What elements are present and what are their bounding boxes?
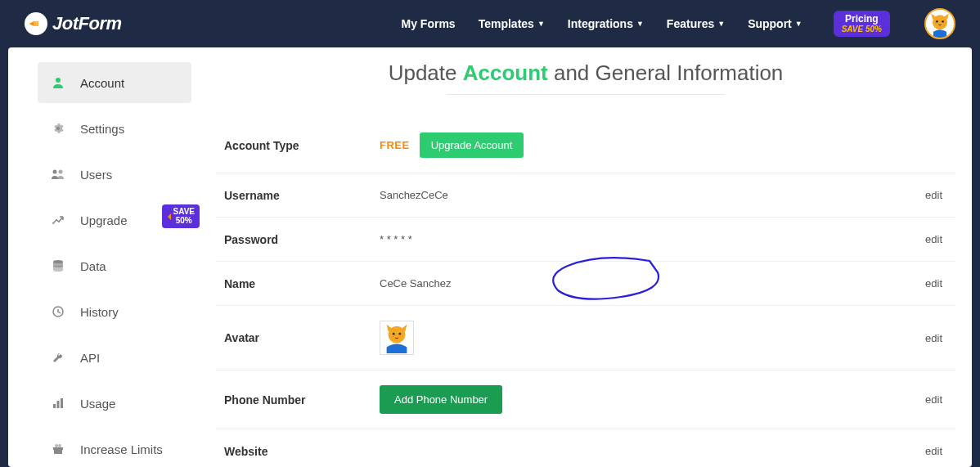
save-badge: SAVE 50%	[162, 204, 200, 228]
edit-username[interactable]: edit	[925, 189, 947, 201]
label-phone: Phone Number	[224, 393, 380, 406]
svg-point-18	[58, 444, 61, 447]
svg-point-17	[55, 444, 58, 447]
row-avatar: Avatar edit	[216, 306, 955, 370]
wrench-icon	[51, 350, 65, 365]
svg-point-2	[942, 20, 944, 23]
bar-chart-icon	[51, 396, 65, 411]
chevron-down-icon: ▼	[717, 20, 725, 28]
label-avatar: Avatar	[224, 331, 380, 344]
svg-point-7	[56, 219, 57, 221]
nav-integrations[interactable]: Integrations▼	[568, 17, 644, 30]
sidebar-item-settings[interactable]: Settings	[38, 108, 191, 149]
svg-rect-13	[61, 398, 63, 408]
svg-point-1	[936, 20, 938, 23]
nav-templates[interactable]: Templates▼	[479, 17, 545, 30]
upgrade-account-button[interactable]: Upgrade Account	[420, 132, 524, 158]
nav-my-forms[interactable]: My Forms	[402, 17, 456, 30]
chevron-down-icon: ▼	[636, 20, 644, 28]
sidebar-item-label: Increase Limits	[80, 442, 163, 456]
label-account-type: Account Type	[224, 139, 380, 152]
chevron-down-icon: ▼	[537, 20, 545, 28]
user-avatar-menu[interactable]	[924, 8, 955, 39]
account-type-value: FREE	[380, 139, 410, 151]
sidebar-item-label: Users	[80, 168, 112, 182]
logo[interactable]: JotForm	[25, 12, 122, 35]
row-username: Username SanchezCeCe edit	[216, 173, 955, 218]
logo-text: JotForm	[52, 13, 122, 34]
chevron-down-icon: ▼	[795, 20, 802, 28]
sidebar-item-history[interactable]: History	[38, 291, 191, 332]
row-name: Name CeCe Sanchez edit	[216, 262, 955, 306]
settings-sidebar: Account Settings Users Upgrade SAVE 50% …	[8, 57, 200, 467]
edit-password[interactable]: edit	[925, 233, 947, 245]
cat-avatar-icon	[380, 321, 413, 354]
username-value: SanchezCeCe	[380, 189, 925, 201]
svg-rect-16	[57, 447, 59, 454]
sidebar-item-label: Account	[80, 76, 124, 90]
sidebar-item-usage[interactable]: Usage	[38, 383, 191, 424]
row-phone: Phone Number Add Phone Number edit	[216, 370, 955, 429]
svg-point-8	[58, 221, 60, 222]
main-panel: Update Account and General Information A…	[200, 57, 972, 467]
nav-features[interactable]: Features▼	[667, 17, 725, 30]
database-icon	[51, 258, 65, 273]
chart-up-icon	[51, 213, 65, 227]
svg-point-21	[398, 333, 401, 335]
top-nav: JotForm My Forms Templates▼ Integrations…	[0, 0, 980, 47]
pricing-button[interactable]: Pricing SAVE 50%	[834, 11, 890, 37]
svg-point-6	[52, 222, 54, 224]
gift-icon	[51, 442, 65, 456]
label-username: Username	[224, 189, 380, 202]
sidebar-item-account[interactable]: Account	[38, 62, 191, 103]
sidebar-item-upgrade[interactable]: Upgrade SAVE 50%	[38, 200, 191, 240]
svg-point-5	[59, 170, 63, 174]
page-title: Update Account and General Information	[216, 61, 955, 95]
password-value: * * * * *	[380, 233, 925, 245]
user-icon	[51, 75, 65, 90]
edit-name[interactable]: edit	[925, 277, 947, 290]
sidebar-item-increase-limits[interactable]: Increase Limits	[38, 429, 191, 467]
label-website: Website	[224, 445, 380, 458]
svg-rect-12	[57, 401, 60, 408]
sidebar-item-label: History	[80, 305, 119, 319]
edit-phone[interactable]: edit	[925, 393, 947, 406]
svg-rect-11	[53, 404, 56, 408]
add-phone-button[interactable]: Add Phone Number	[380, 385, 502, 414]
avatar-preview	[380, 321, 414, 355]
svg-point-3	[56, 78, 61, 83]
svg-point-4	[53, 170, 57, 174]
sidebar-item-api[interactable]: API	[38, 337, 191, 378]
row-password: Password * * * * * edit	[216, 218, 955, 262]
sidebar-item-label: Upgrade	[80, 213, 128, 227]
sidebar-item-data[interactable]: Data	[38, 245, 191, 286]
sidebar-item-label: Settings	[80, 122, 124, 136]
nav-support[interactable]: Support▼	[748, 17, 802, 30]
label-name: Name	[224, 277, 380, 290]
name-value: CeCe Sanchez	[380, 277, 925, 290]
logo-icon	[25, 12, 47, 35]
row-account-type: Account Type FREE Upgrade Account	[216, 118, 955, 173]
sidebar-item-label: API	[80, 351, 100, 365]
edit-website[interactable]: edit	[925, 445, 947, 457]
row-website: Website edit	[216, 429, 955, 467]
sidebar-item-users[interactable]: Users	[38, 154, 191, 195]
users-icon	[51, 167, 65, 182]
cat-avatar-icon	[926, 8, 954, 39]
clock-icon	[51, 304, 65, 319]
gear-icon	[51, 121, 65, 136]
sidebar-item-label: Usage	[80, 397, 115, 411]
sidebar-item-label: Data	[80, 259, 106, 273]
edit-avatar[interactable]: edit	[925, 332, 947, 344]
svg-point-20	[393, 333, 395, 335]
label-password: Password	[224, 233, 380, 246]
